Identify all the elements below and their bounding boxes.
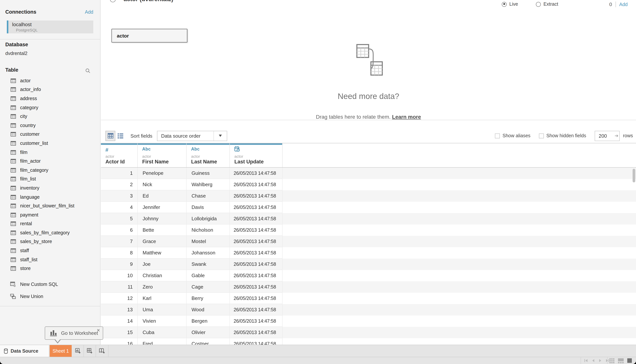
string-type-icon: Abc [142, 147, 151, 151]
cell-last-name: Gable [186, 270, 230, 281]
apply-rows-arrow-icon[interactable]: ➔ [614, 133, 618, 138]
close-icon[interactable]: ✕ [97, 328, 100, 333]
table-icon [10, 114, 16, 119]
new-story-button[interactable] [96, 345, 108, 357]
column-header-actor-id[interactable]: # actor Actor Id [101, 143, 138, 167]
cell-last-update: 26/05/2013 14:47:58 [230, 190, 282, 202]
new-story-icon [99, 348, 105, 354]
number-type-icon: # [106, 147, 108, 153]
sort-order-dropdown[interactable]: Data source order [157, 130, 227, 141]
table-list-item[interactable]: nicer_but_slower_film_list [0, 202, 100, 210]
view-mode-switcher [610, 357, 632, 364]
union-icon [10, 294, 16, 299]
table-list-item[interactable]: film_category [0, 166, 100, 174]
table-list-item[interactable]: category [0, 103, 100, 112]
new-worksheet-button[interactable] [72, 345, 84, 357]
tab-data-source[interactable]: Data Source [0, 345, 49, 357]
table-list-item[interactable]: film [0, 148, 100, 157]
table-row: 3 Ed Chase 26/05/2013 14:47:58 [101, 190, 636, 202]
add-connection-link[interactable]: Add [85, 10, 94, 15]
table-list-item[interactable]: city [0, 112, 100, 121]
table-icon [10, 123, 16, 128]
grid-scrollbar-thumb[interactable] [632, 169, 635, 182]
active-sheet-view-icon[interactable] [627, 358, 632, 363]
table-list-item[interactable]: actor [0, 76, 100, 85]
table-list-item[interactable]: rental [0, 219, 100, 228]
cell-last-update: 26/05/2013 14:47:58 [230, 179, 282, 190]
show-aliases-checkbox[interactable] [495, 133, 500, 138]
new-dashboard-button[interactable] [84, 345, 96, 357]
cell-first-name: Uma [138, 304, 186, 316]
sheet-sorter-icon[interactable] [610, 358, 614, 363]
table-list-item[interactable]: staff [0, 246, 100, 255]
table-row: 7 Grace Mostel 26/05/2013 14:47:58 [101, 236, 636, 247]
table-list-item[interactable]: store [0, 264, 100, 273]
table-section-title: Table [5, 67, 18, 73]
table-row: 10 Christian Gable 26/05/2013 14:47:58 [101, 270, 636, 281]
live-radio[interactable] [502, 2, 507, 7]
table-list-item[interactable]: film_actor [0, 157, 100, 166]
column-table-label: actor [191, 154, 200, 158]
table-list-item[interactable]: sales_by_store [0, 237, 100, 246]
table-icon [10, 248, 16, 253]
column-field-name: Last Update [234, 159, 264, 164]
table-icon [10, 177, 16, 182]
row-count-input[interactable] [598, 132, 614, 139]
grid-view-button[interactable] [106, 130, 115, 141]
extract-radio[interactable] [536, 2, 541, 7]
cell-actor-id: 15 [101, 327, 138, 338]
column-header-last-update[interactable]: actor Last Update [230, 143, 282, 167]
rows-label: rows [623, 133, 633, 138]
table-list-item[interactable]: language [0, 192, 100, 201]
cell-last-name: Olivier [186, 327, 230, 338]
grid-header-row: # actor Actor Id Abc actor First Name Ab… [101, 143, 636, 168]
table-list-item[interactable]: customer [0, 130, 100, 139]
table-list-item[interactable]: payment [0, 210, 100, 219]
column-table-label: actor [142, 154, 151, 158]
filmstrip-view-icon[interactable] [618, 358, 624, 363]
show-hidden-fields-checkbox[interactable] [539, 133, 544, 138]
divider [0, 306, 100, 306]
table-list-item[interactable]: actor_info [0, 85, 100, 94]
tab-sheet-1[interactable]: Sheet 1 [50, 345, 72, 357]
last-sheet-icon[interactable] [606, 359, 610, 362]
previous-sheet-icon[interactable] [591, 359, 595, 362]
table-list-item[interactable]: film_list [0, 174, 100, 184]
cell-last-name: Berry [186, 293, 230, 304]
first-sheet-icon[interactable] [584, 359, 588, 362]
cell-actor-id: 3 [101, 190, 138, 202]
cell-actor-id: 5 [101, 213, 138, 224]
table-row: 4 Jennifer Davis 26/05/2013 14:47:58 [101, 202, 636, 213]
table-list-item[interactable]: staff_list [0, 255, 100, 264]
go-to-worksheet-tooltip[interactable]: Go to Worksheet ✕ [45, 326, 103, 340]
add-filter-link[interactable]: Add [619, 2, 628, 7]
table-row: 13 Uma Wood 26/05/2013 14:47:58 [101, 304, 636, 316]
connection-item-localhost[interactable]: localhost PostgreSQL [7, 20, 93, 33]
new-custom-sql[interactable]: New Custom SQL [0, 280, 100, 289]
table-list-item[interactable]: customer_list [0, 139, 100, 148]
new-union[interactable]: New Union [0, 292, 100, 301]
learn-more-link[interactable]: Learn more [392, 114, 421, 120]
table-list-item[interactable]: country [0, 121, 100, 130]
canvas-table-node-actor[interactable]: actor [112, 29, 187, 42]
live-label: Live [509, 2, 518, 7]
search-icon[interactable] [85, 68, 90, 75]
column-header-last-name[interactable]: Abc actor Last Name [186, 143, 230, 167]
cell-last-update: 26/05/2013 14:47:58 [230, 327, 282, 338]
table-list-item[interactable]: inventory [0, 184, 100, 192]
table-list-item[interactable]: sales_by_film_category [0, 228, 100, 237]
need-more-data-heading: Need more data? [101, 92, 636, 101]
table-row: 9 Joe Swank 26/05/2013 14:47:58 [101, 258, 636, 270]
cell-actor-id: 6 [101, 224, 138, 236]
table-icon [10, 88, 16, 92]
cell-last-update: 26/05/2013 14:47:58 [230, 293, 282, 304]
metadata-view-button[interactable] [115, 130, 125, 141]
cell-last-name: Cage [186, 281, 230, 293]
database-name[interactable]: dvdrental2 [5, 51, 28, 56]
relate-tables-illustration [101, 44, 636, 77]
cell-actor-id: 9 [101, 258, 138, 270]
column-header-first-name[interactable]: Abc actor First Name [138, 143, 186, 167]
table-list-item[interactable]: address [0, 94, 100, 103]
cell-actor-id: 11 [101, 281, 138, 293]
next-sheet-icon[interactable] [598, 359, 602, 362]
